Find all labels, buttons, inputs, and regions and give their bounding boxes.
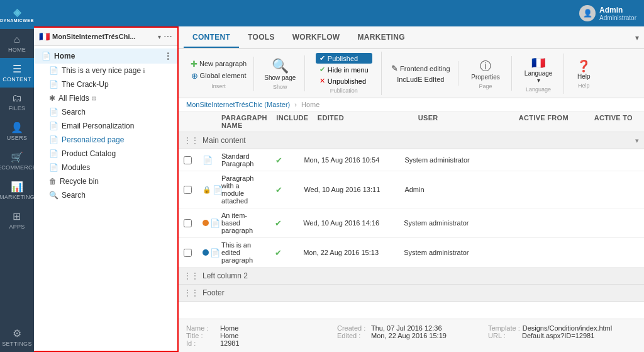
nav-users[interactable]: 👤 USERS bbox=[0, 116, 34, 146]
tree-item-very-nice-page[interactable]: 📄 This is a very nice page ℹ bbox=[34, 64, 177, 77]
tree-item-personalized-page[interactable]: 📄 Personalized page bbox=[34, 133, 177, 147]
help-button[interactable]: ❓ Help bbox=[570, 58, 597, 81]
info-created-label: Created : bbox=[337, 324, 369, 332]
include-check-icon: ✔ bbox=[275, 248, 282, 258]
tab-tools[interactable]: TOOLS bbox=[239, 28, 284, 48]
tree-item-email-label: Email Personalization bbox=[62, 122, 134, 130]
row-user: System administrator bbox=[404, 156, 505, 164]
nav-ecommerce[interactable]: 🛒 ECOMMERCE bbox=[0, 146, 34, 176]
admin-avatar: 👤 bbox=[579, 5, 596, 21]
page-info-left: Name : Home Title : Home Id : 12981 bbox=[186, 324, 335, 347]
nav-files-label: FILES bbox=[9, 105, 26, 111]
site-menu-icon[interactable]: ⋯ bbox=[164, 31, 172, 42]
admin-details: Admin Administrator bbox=[599, 6, 636, 21]
row-edited: Wed, 10 Aug 2016 14:16 bbox=[303, 219, 404, 227]
page-group-label: Page bbox=[479, 83, 492, 89]
tree-item-home-icon: 📄 bbox=[42, 52, 51, 60]
info-row-template: Template : Designs/Condition/index.html bbox=[488, 324, 636, 332]
breadcrumb-root[interactable]: MonSiteInternetTrésChic (Master) bbox=[186, 101, 290, 108]
tree-item-search2[interactable]: 🔍 Search bbox=[34, 188, 177, 202]
info-row-url: URL : Default.aspx?ID=12981 bbox=[488, 332, 636, 339]
info-template-value: Designs/Condition/index.html bbox=[523, 324, 612, 332]
tree-item-recycle-bin[interactable]: 🗑 Recycle bin bbox=[34, 174, 177, 188]
tree-item-home-actions[interactable]: ⋮ bbox=[164, 51, 172, 61]
col-active-to: ACTIVE TO bbox=[594, 114, 644, 129]
tree-item-all-fields-label: All Fields bbox=[58, 94, 89, 103]
toolbar-show-group: 🔍 Show page Show bbox=[255, 55, 305, 91]
show-page-button[interactable]: 🔍 Show page bbox=[259, 57, 301, 82]
nav-apps[interactable]: ⊞ APPS bbox=[0, 205, 34, 235]
nav-content-label: CONTENT bbox=[3, 76, 31, 82]
section-footer[interactable]: ⋮⋮ Footer bbox=[179, 285, 644, 302]
tree-item-email-personalization[interactable]: 📄 Email Personalization bbox=[34, 119, 177, 133]
nav-content[interactable]: ☰ CONTENT bbox=[0, 58, 34, 88]
row-checkbox[interactable] bbox=[184, 156, 203, 164]
nav-marketing[interactable]: 📊 MARKETING bbox=[0, 176, 34, 205]
row-checkbox[interactable] bbox=[184, 219, 203, 227]
global-element-button[interactable]: ⊕ Global element bbox=[188, 70, 250, 82]
admin-name: Admin bbox=[599, 6, 636, 14]
unpublished-button[interactable]: ✕ Unpublished bbox=[316, 76, 372, 86]
row-user: System administrator bbox=[404, 249, 504, 256]
row-checkbox[interactable] bbox=[184, 249, 203, 257]
row-name: Standard Paragraph bbox=[221, 152, 253, 167]
tab-content[interactable]: CONTENT bbox=[184, 28, 239, 48]
section-drag-icon2: ⋮⋮ bbox=[184, 271, 199, 280]
section-left-column-2[interactable]: ⋮⋮ Left column 2 bbox=[179, 268, 644, 285]
include-edited-button[interactable]: IncLudE EdIted bbox=[394, 74, 447, 84]
tree-item-crack-up[interactable]: 📄 The Crack-Up bbox=[34, 77, 177, 91]
search2-icon: 🔍 bbox=[49, 191, 58, 200]
tree-item-modules[interactable]: 📄 Modules bbox=[34, 161, 177, 174]
published-check-icon: ✔ bbox=[319, 54, 325, 62]
info-id-label: Id : bbox=[186, 339, 218, 347]
nav-files[interactable]: 🗂 FILES bbox=[0, 88, 34, 116]
new-paragraph-label: New paragraph bbox=[199, 60, 247, 67]
table-row[interactable]: 📄 An item-based paragraph ✔ Wed, 10 Aug … bbox=[179, 208, 644, 238]
published-button[interactable]: ✔ Published bbox=[316, 53, 372, 64]
apps-icon: ⊞ bbox=[13, 210, 21, 222]
section-drag-icon3: ⋮⋮ bbox=[184, 288, 199, 297]
frontend-editing-button[interactable]: ✎ Frontend editing bbox=[388, 62, 453, 74]
properties-button[interactable]: ⓘ Properties bbox=[465, 57, 506, 82]
content-table-area: PARAGRAPH NAME INCLUDE EDITED USER ACTIV… bbox=[179, 111, 644, 319]
info-row-name: Name : Home bbox=[186, 324, 335, 332]
row-edited: Wed, 10 Aug 2016 13:11 bbox=[304, 186, 404, 193]
nav-settings[interactable]: ⚙ SETTINGS bbox=[0, 322, 34, 352]
site-chevron-icon[interactable]: ▾ bbox=[158, 33, 161, 40]
tree-item-crack-up-label: The Crack-Up bbox=[62, 80, 109, 89]
unpublished-x-icon: ✕ bbox=[319, 77, 325, 85]
table-row[interactable]: 📄 This is an edited paragraph ✔ Mon, 22 … bbox=[179, 238, 644, 268]
row-checkbox[interactable] bbox=[184, 186, 203, 194]
hide-in-menu-button[interactable]: ✔ Hide in menu bbox=[316, 64, 372, 75]
tree-item-all-fields[interactable]: ✱ All Fields ⚙ bbox=[34, 91, 177, 105]
row-name: An item-based paragraph bbox=[221, 212, 253, 234]
tree-item-search-icon: 📄 bbox=[49, 108, 58, 116]
new-paragraph-button[interactable]: ✚ New paragraph bbox=[187, 58, 250, 70]
language-button[interactable]: 🇫🇷 Language ▾ bbox=[518, 55, 559, 85]
table-row[interactable]: 🔒 📄 Paragraph with a module attached ✔ W… bbox=[179, 171, 644, 208]
orange-dot-icon bbox=[203, 220, 209, 226]
nav-home[interactable]: ⌂ HOME bbox=[0, 29, 34, 58]
para-doc-icon: 📄 bbox=[210, 248, 220, 258]
tree-item-home[interactable]: 📄 Home ⋮ bbox=[34, 48, 177, 64]
tree-item-search[interactable]: 📄 Search bbox=[34, 105, 177, 119]
row-edited: Mon, 22 Aug 2016 15:13 bbox=[303, 249, 404, 256]
include-check-icon: ✔ bbox=[275, 156, 282, 165]
unpublished-label: Unpublished bbox=[328, 77, 366, 85]
tree-item-product-catalog[interactable]: 📄 Product Catalog bbox=[34, 147, 177, 161]
blue-dot-icon bbox=[203, 249, 209, 256]
tab-workflow[interactable]: WORKFLOW bbox=[284, 28, 349, 48]
col-include: INCLUDE bbox=[267, 114, 318, 129]
row-icon-cell: 🔒 📄 bbox=[203, 185, 221, 195]
tab-marketing[interactable]: MARKETING bbox=[348, 28, 413, 48]
section-drag-icon: ⋮⋮ bbox=[184, 136, 199, 145]
section-main-chevron-icon[interactable]: ▾ bbox=[635, 137, 639, 145]
section-main-content[interactable]: ⋮⋮ Main content ▾ bbox=[179, 132, 644, 149]
toolbar: ✚ New paragraph ⊕ Global element Insert … bbox=[179, 49, 644, 98]
frontend-editing-icon: ✎ bbox=[391, 64, 398, 73]
admin-role: Administrator bbox=[599, 14, 636, 21]
breadcrumb: MonSiteInternetTrésChic (Master) › Home bbox=[179, 98, 644, 111]
table-row[interactable]: 📄 Standard Paragraph ✔ Mon, 15 Aug 2016 … bbox=[179, 149, 644, 171]
language-flag-icon: 🇫🇷 bbox=[531, 56, 545, 70]
tab-overflow-chevron[interactable]: ▾ bbox=[635, 33, 639, 42]
